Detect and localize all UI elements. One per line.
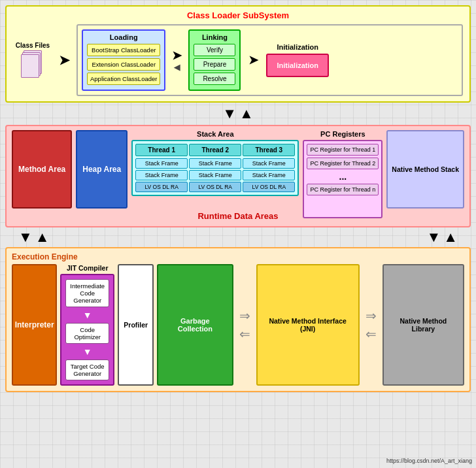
arrow-down-1: ▼ [222, 107, 237, 121]
classloader-content: Loading BootStrap ClassLoader Extension … [76, 24, 463, 96]
lv-row: LV OS DL RA LV OS DL RA LV OS DL RA [135, 182, 295, 192]
initialization-label: Initialization [277, 43, 318, 51]
arrow-up-1: ▲ [239, 107, 254, 121]
verify-item: Verify [194, 44, 235, 56]
native-method-interface: Native Method Interface (JNI) [256, 264, 360, 386]
left-arrows: ▼ ▲ [18, 230, 50, 244]
stack-frame-2-3: Stack Frame [243, 170, 295, 180]
lv-cell-1: LV OS DL RA [135, 182, 188, 192]
stack-frame-1-3: Stack Frame [243, 158, 295, 169]
arrow-down-3: ▼ [426, 230, 441, 244]
prepare-item: Prepare [194, 58, 235, 71]
stack-area-box: Thread 1 Thread 2 Thread 3 Stack Frame S… [131, 140, 299, 196]
garbage-collection: Garbage Collection [157, 264, 233, 386]
stack-frame-1-1: Stack Frame [135, 158, 188, 169]
classloader-section: Class Loader SubSystem Class Files ➤ Loa… [5, 5, 471, 103]
loading-box: Loading BootStrap ClassLoader Extension … [82, 29, 165, 91]
jit-intermediate: Intermediate Code Generator [65, 279, 109, 307]
loading-title: Loading [87, 33, 160, 41]
thread-row: Thread 1 Thread 2 Thread 3 [135, 144, 295, 156]
resolve-item: Resolve [194, 73, 235, 85]
exec-to-native-arrows: ⇒ ⇐ [237, 264, 253, 386]
native-method-library: Native Method Library [382, 264, 464, 386]
thread-1: Thread 1 [135, 144, 188, 156]
pc-box: PC Register for Thread 1 PC Register for… [303, 140, 382, 218]
linking-title: Linking [194, 33, 235, 41]
arrow-up-2: ▲ [35, 230, 50, 244]
stack-frame-row-1: Stack Frame Stack Frame Stack Frame [135, 158, 295, 169]
runtime-to-exec-arrows: ▼ ▲ ▼ ▲ [5, 230, 471, 244]
execution-title: Execution Engine [12, 252, 464, 261]
class-files-box: Class Files [13, 42, 52, 79]
class-files-label: Class Files [16, 42, 50, 49]
arrow-classfiles-to-loading: ➤ [59, 52, 70, 68]
jni-to-library-arrows: ⇒ ⇐ [363, 264, 379, 386]
arrow-up-3: ▲ [443, 230, 458, 244]
arrow-right-icon-2: ⇒ [366, 308, 377, 324]
execution-section: Execution Engine Interpreter JIT Compile… [5, 247, 471, 392]
profiler-box: Profiler [118, 264, 154, 386]
linking-to-init-arrow: ➤ [246, 29, 261, 91]
pc-registers-wrapper: PC Registers PC Register for Thread 1 PC… [303, 130, 382, 209]
extension-classloader: Extension ClassLoader [87, 58, 160, 71]
jit-arrow-1: ▼ [65, 310, 109, 320]
runtime-title: Runtime Data Areas [12, 211, 464, 221]
lv-cell-2: LV OS DL RA [189, 182, 241, 192]
pc-registers-title: PC Registers [303, 130, 382, 138]
runtime-inner: Method Area Heap Area Stack Area Thread … [12, 130, 464, 209]
heap-area: Heap Area [76, 130, 128, 209]
thread-3: Thread 3 [243, 144, 295, 156]
pc-thread-n: PC Register for Thread n [307, 184, 379, 195]
pc-thread-2: PC Register for Thread 2 [307, 158, 379, 169]
loading-to-linking-arrow: ➤ ◀ [171, 29, 183, 91]
cl-to-runtime-arrows: ▼ ▲ [5, 105, 471, 122]
initialization-wrapper: Initialization Initialization [266, 29, 329, 91]
stack-frame-row-2: Stack Frame Stack Frame Stack Frame [135, 170, 295, 180]
jit-box: Intermediate Code Generator ▼ Code Optim… [60, 274, 114, 386]
jit-target: Target Code Generator [65, 359, 109, 380]
runtime-section: Method Area Heap Area Stack Area Thread … [5, 125, 471, 227]
classloader-title: Class Loader SubSystem [13, 10, 463, 20]
thread-2: Thread 2 [189, 144, 241, 156]
arrow-left-icon-2: ⇐ [366, 326, 377, 342]
file-stack-icon [21, 50, 44, 79]
execution-inner: Interpreter JIT Compiler Intermediate Co… [12, 264, 464, 386]
application-classloader: Application ClassLoader [87, 73, 160, 85]
stack-frame-2-1: Stack Frame [135, 170, 188, 180]
stack-area-wrapper: Stack Area Thread 1 Thread 2 Thread 3 St… [131, 130, 299, 209]
jit-title: JIT Compiler [60, 264, 114, 272]
arrow-left-icon: ⇐ [239, 326, 250, 342]
pc-dots: ... [307, 171, 379, 182]
stack-frame-1-2: Stack Frame [189, 158, 241, 169]
stack-frame-2-2: Stack Frame [189, 170, 241, 180]
linking-box: Linking Verify Prepare Resolve [188, 29, 241, 91]
jit-arrow-2: ▼ [65, 346, 109, 357]
watermark: https://blog.csdn.net/A_art_xiang [386, 458, 472, 464]
initialization-box: Initialization [266, 54, 329, 77]
pc-thread-1: PC Register for Thread 1 [307, 144, 379, 156]
stack-area-label: Stack Area [131, 130, 299, 138]
method-area: Method Area [12, 130, 72, 209]
arrow-right-icon: ⇒ [239, 308, 250, 324]
jit-wrapper: JIT Compiler Intermediate Code Generator… [60, 264, 114, 386]
native-method-stack: Native Method Stack [386, 130, 464, 209]
arrow-down-2: ▼ [18, 230, 33, 244]
interpreter-box: Interpreter [12, 264, 57, 386]
lv-cell-3: LV OS DL RA [243, 182, 295, 192]
right-arrows: ▼ ▲ [426, 230, 458, 244]
bootstrap-classloader: BootStrap ClassLoader [87, 44, 160, 56]
jit-optimizer: Code Optimizer [65, 323, 109, 344]
file-page-3 [21, 54, 39, 78]
